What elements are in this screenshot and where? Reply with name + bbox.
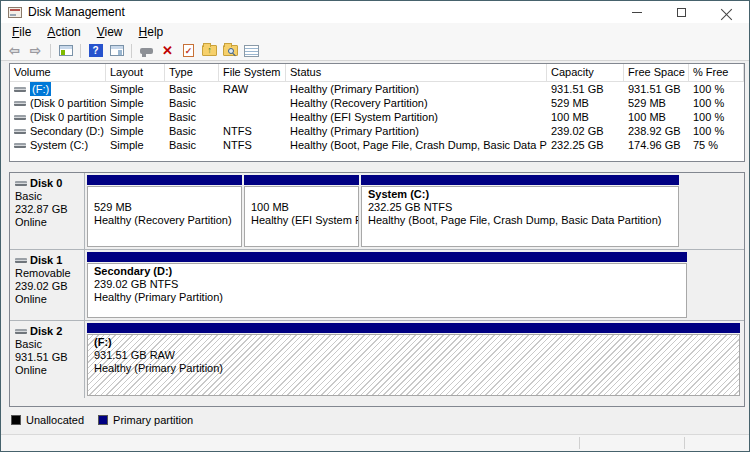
partition-health: Healthy (Primary Partition) bbox=[94, 362, 733, 375]
help-icon[interactable]: ? bbox=[87, 43, 104, 59]
cell-type: Basic bbox=[165, 110, 219, 124]
cell-capacity: 100 MB bbox=[547, 110, 624, 124]
volume-icon bbox=[14, 101, 26, 106]
cell-type: Basic bbox=[165, 82, 219, 96]
cell-pct-free: 100 % bbox=[689, 110, 744, 124]
partition-size: 232.25 GB NTFS bbox=[368, 201, 672, 214]
disk2-label[interactable]: Disk 2 Basic 931.51 GB Online bbox=[10, 321, 85, 398]
cell-pct-free: 100 % bbox=[689, 124, 744, 138]
menu-action[interactable]: Action bbox=[39, 24, 88, 40]
partition-health: Healthy (Primary Partition) bbox=[94, 291, 680, 304]
cell-status: Healthy (EFI System Partition) bbox=[286, 110, 547, 124]
volume-name: (Disk 0 partition 2) bbox=[30, 110, 106, 124]
back-icon[interactable]: ⇦ bbox=[6, 43, 23, 59]
window-controls bbox=[614, 1, 749, 23]
legend-label: Primary partition bbox=[113, 414, 193, 426]
partition-size: 931.51 GB RAW bbox=[94, 349, 733, 362]
statusbar-divider bbox=[684, 437, 685, 449]
disk-status: Online bbox=[15, 364, 84, 377]
app-icon bbox=[8, 7, 22, 18]
disk-type: Basic bbox=[15, 190, 84, 203]
table-row[interactable]: (Disk 0 partition 2) Simple Basic Health… bbox=[10, 110, 744, 124]
disk-icon bbox=[15, 258, 27, 263]
col-header-file-system[interactable]: File System bbox=[219, 64, 286, 81]
menu-bar: File Action View Help bbox=[1, 23, 749, 41]
partition-title: (F:) bbox=[94, 336, 733, 349]
cell-type: Basic bbox=[165, 96, 219, 110]
col-header-layout[interactable]: Layout bbox=[106, 64, 165, 81]
col-header-pct-free[interactable]: % Free bbox=[689, 64, 744, 81]
menu-file[interactable]: File bbox=[4, 24, 39, 40]
disk-icon bbox=[15, 329, 27, 334]
disk1-label[interactable]: Disk 1 Removable 239.02 GB Online bbox=[10, 250, 85, 320]
volume-table-header: Volume Layout Type File System Status Ca… bbox=[10, 64, 744, 82]
status-bar bbox=[1, 434, 749, 451]
delete-icon[interactable]: ✕ bbox=[159, 43, 176, 59]
disk-name: Disk 0 bbox=[30, 177, 62, 190]
cell-file-system: NTFS bbox=[219, 124, 286, 138]
folder-up-icon[interactable]: ↑ bbox=[201, 43, 218, 59]
col-header-free-space[interactable]: Free Space bbox=[624, 64, 689, 81]
window-panel-icon[interactable] bbox=[108, 43, 125, 59]
console-tree-icon[interactable] bbox=[57, 43, 74, 59]
cell-pct-free: 75 % bbox=[689, 138, 744, 152]
col-header-capacity[interactable]: Capacity bbox=[547, 64, 624, 81]
menu-view[interactable]: View bbox=[89, 24, 131, 40]
partition-f-selected[interactable]: (F:) 931.51 GB RAW Healthy (Primary Part… bbox=[87, 323, 740, 396]
folder-search-icon[interactable] bbox=[222, 43, 239, 59]
disk0-label[interactable]: Disk 0 Basic 232.87 GB Online bbox=[10, 173, 85, 249]
table-row[interactable]: Secondary (D:) Simple Basic NTFS Healthy… bbox=[10, 124, 744, 138]
menu-help[interactable]: Help bbox=[131, 24, 172, 40]
disk-icon bbox=[15, 181, 27, 186]
partition-color-bar bbox=[244, 175, 359, 185]
partition-size: 239.02 GB NTFS bbox=[94, 278, 680, 291]
cell-capacity: 239.02 GB bbox=[547, 124, 624, 138]
disk-management-window: Disk Management File Action View Help ⇦ … bbox=[0, 0, 750, 452]
cell-status: Healthy (Boot, Page File, Crash Dump, Ba… bbox=[286, 138, 547, 152]
col-header-type[interactable]: Type bbox=[165, 64, 219, 81]
cell-file-system: RAW bbox=[219, 82, 286, 96]
volume-name: System (C:) bbox=[30, 138, 88, 152]
partition-efi[interactable]: 100 MB Healthy (EFI System Partit bbox=[244, 175, 359, 247]
disk-size: 239.02 GB bbox=[15, 280, 84, 293]
partition-color-bar bbox=[87, 252, 687, 262]
cell-pct-free: 100 % bbox=[689, 96, 744, 110]
close-button[interactable] bbox=[704, 1, 749, 23]
cell-file-system: NTFS bbox=[219, 138, 286, 152]
volume-name: Secondary (D:) bbox=[30, 124, 104, 138]
details-view-icon[interactable] bbox=[243, 43, 260, 59]
partition-size: 529 MB bbox=[94, 201, 235, 214]
table-row[interactable]: (Disk 0 partition 1) Simple Basic Health… bbox=[10, 96, 744, 110]
partition-title bbox=[251, 188, 352, 201]
check-document-icon[interactable]: ✓ bbox=[180, 43, 197, 59]
col-header-status[interactable]: Status bbox=[286, 64, 547, 81]
unallocated-swatch bbox=[11, 415, 21, 425]
cell-layout: Simple bbox=[106, 110, 165, 124]
pointer-icon[interactable] bbox=[138, 43, 155, 59]
toolbar-separator bbox=[131, 44, 132, 58]
cell-layout: Simple bbox=[106, 138, 165, 152]
volume-icon bbox=[14, 87, 26, 92]
partition-health: Healthy (Boot, Page File, Crash Dump, Ba… bbox=[368, 214, 672, 227]
cell-free-space: 174.96 GB bbox=[624, 138, 689, 152]
partition-health: Healthy (EFI System Partit bbox=[251, 214, 352, 227]
disk-type: Basic bbox=[15, 338, 84, 351]
partition-title: Secondary (D:) bbox=[94, 265, 680, 278]
minimize-button[interactable] bbox=[614, 1, 659, 23]
cell-capacity: 931.51 GB bbox=[547, 82, 624, 96]
partition-system-c[interactable]: System (C:) 232.25 GB NTFS Healthy (Boot… bbox=[361, 175, 679, 247]
forward-icon[interactable]: ⇨ bbox=[27, 43, 44, 59]
legend-item-unallocated: Unallocated bbox=[11, 414, 84, 426]
partition-recovery[interactable]: 529 MB Healthy (Recovery Partition) bbox=[87, 175, 242, 247]
table-row[interactable]: (F:) Simple Basic RAW Healthy (Primary P… bbox=[10, 82, 744, 96]
window-title: Disk Management bbox=[28, 5, 125, 19]
table-row[interactable]: System (C:) Simple Basic NTFS Healthy (B… bbox=[10, 138, 744, 152]
partition-secondary-d[interactable]: Secondary (D:) 239.02 GB NTFS Healthy (P… bbox=[87, 252, 687, 318]
statusbar-divider bbox=[579, 437, 580, 449]
maximize-button[interactable] bbox=[659, 1, 704, 23]
cell-free-space: 529 MB bbox=[624, 96, 689, 110]
disk-row-1: Disk 1 Removable 239.02 GB Online Second… bbox=[10, 250, 744, 321]
col-header-volume[interactable]: Volume bbox=[10, 64, 106, 81]
partition-color-bar bbox=[361, 175, 679, 185]
volume-name: (Disk 0 partition 1) bbox=[30, 96, 106, 110]
